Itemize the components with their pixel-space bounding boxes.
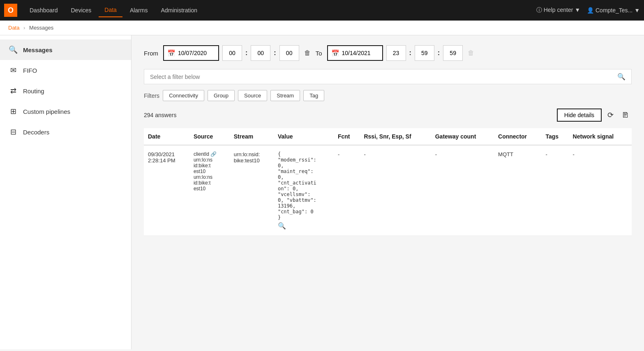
cell-network-signal-0: - <box>569 145 632 236</box>
from-date-group[interactable]: 📅 <box>163 45 219 61</box>
to-date-input[interactable] <box>342 50 379 56</box>
refresh-btn[interactable]: ⟳ <box>605 109 616 121</box>
filters-row: Filters Connectivity Group Source Stream… <box>144 90 632 101</box>
cell-date-0: 09/30/2021 2:28:14 PM <box>144 145 189 236</box>
hide-details-btn[interactable]: Hide details <box>557 109 602 122</box>
to-min-input[interactable] <box>415 45 434 61</box>
col-stream: Stream <box>230 128 274 145</box>
help-center-btn[interactable]: ⓘ Help center ▼ <box>536 7 580 14</box>
to-calendar-icon[interactable]: 📅 <box>331 49 339 57</box>
nav-administration[interactable]: Administration <box>155 4 203 17</box>
answers-count: 294 answers <box>144 112 176 118</box>
sidebar-label-routing: Routing <box>23 88 44 95</box>
col-fcnt: Fcnt <box>334 128 360 145</box>
col-gateway-count: Gateway count <box>431 128 494 145</box>
colon-1: : <box>245 49 247 57</box>
filter-source[interactable]: Source <box>238 90 267 101</box>
app-logo: O <box>4 4 17 17</box>
from-sec-input[interactable] <box>279 45 299 61</box>
sidebar-item-routing[interactable]: ⇄ Routing <box>0 81 131 101</box>
to-trash-btn[interactable]: 🗑 <box>466 48 476 58</box>
data-table: Date Source Stream Value Fcnt Rssi, Snr,… <box>144 128 632 236</box>
sidebar-label-messages: Messages <box>23 46 53 53</box>
to-hour-input[interactable] <box>386 45 406 61</box>
col-source: Source <box>189 128 230 145</box>
sidebar-label-decoders: Decoders <box>23 129 49 136</box>
layout: 🔍 Messages ✉ FIFO ⇄ Routing ⊞ Custom pip… <box>0 35 644 349</box>
sidebar-item-decoders[interactable]: ⊟ Decoders <box>0 122 131 142</box>
pipelines-icon: ⊞ <box>8 107 18 116</box>
export-btn[interactable]: 🖹 <box>619 109 632 121</box>
from-calendar-icon[interactable]: 📅 <box>167 49 175 57</box>
breadcrumb-current: Messages <box>29 25 53 31</box>
sidebar-item-custom-pipelines[interactable]: ⊞ Custom pipelines <box>0 101 131 122</box>
table-header-row: Date Source Stream Value Fcnt Rssi, Snr,… <box>144 128 632 145</box>
cell-rssi-0: - <box>360 145 431 236</box>
cell-fcnt-0: - <box>334 145 360 236</box>
cell-connector-0: MQTT <box>494 145 541 236</box>
nav-links: Dashboard Devices Data Alarms Administra… <box>24 3 536 17</box>
from-date-input[interactable] <box>178 50 215 56</box>
col-rssi: Rssi, Snr, Esp, Sf <box>360 128 431 145</box>
from-min-input[interactable] <box>251 45 270 61</box>
from-trash-btn[interactable]: 🗑 <box>302 48 312 58</box>
zoom-icon-0[interactable]: 🔍 <box>278 222 330 230</box>
cell-tags-0: - <box>541 145 568 236</box>
nav-alarms[interactable]: Alarms <box>124 4 154 17</box>
table-row: 09/30/2021 2:28:14 PM clientId 🔗 urn:lo:… <box>144 145 632 236</box>
filter-connectivity[interactable]: Connectivity <box>163 90 204 101</box>
search-bar[interactable]: 🔍 <box>144 69 632 84</box>
colon-2: : <box>274 49 276 57</box>
filter-group[interactable]: Group <box>208 90 235 101</box>
topnav-right: ⓘ Help center ▼ 👤 Compte_Tes... ▼ <box>536 7 640 14</box>
nav-devices[interactable]: Devices <box>65 4 97 17</box>
routing-icon: ⇄ <box>8 86 18 95</box>
cell-gateway-count-0: - <box>431 145 494 236</box>
col-date: Date <box>144 128 189 145</box>
from-hour-input[interactable] <box>222 45 242 61</box>
sidebar-item-messages[interactable]: 🔍 Messages <box>0 39 131 60</box>
fifo-icon: ✉ <box>8 66 18 75</box>
sidebar-label-fifo: FIFO <box>23 67 37 74</box>
cell-source-0: clientId 🔗 urn:lo:ns id:bike:t est10 urn… <box>189 145 230 236</box>
to-date-group[interactable]: 📅 <box>327 45 383 61</box>
sidebar-item-fifo[interactable]: ✉ FIFO <box>0 60 131 81</box>
account-menu[interactable]: 👤 Compte_Tes... ▼ <box>587 7 640 14</box>
topnav: O Dashboard Devices Data Alarms Administ… <box>0 0 644 21</box>
colon-4: : <box>438 49 440 57</box>
nav-data[interactable]: Data <box>99 3 122 17</box>
sidebar: 🔍 Messages ✉ FIFO ⇄ Routing ⊞ Custom pip… <box>0 35 132 349</box>
sidebar-label-custom-pipelines: Custom pipelines <box>23 108 70 115</box>
col-network-signal: Network signal <box>569 128 632 145</box>
answers-row: 294 answers Hide details ⟳ 🖹 <box>144 109 632 122</box>
colon-3: : <box>409 49 411 57</box>
col-tags: Tags <box>541 128 568 145</box>
col-connector: Connector <box>494 128 541 145</box>
filter-tag[interactable]: Tag <box>303 90 324 101</box>
date-range-row: From 📅 : : 🗑 To 📅 : : 🗑 <box>144 45 632 61</box>
breadcrumb-sep: › <box>23 25 25 31</box>
filters-label: Filters <box>144 92 159 99</box>
breadcrumb: Data › Messages <box>0 21 644 35</box>
cell-stream-0: urn:lo:nsid: bike:test10 <box>230 145 274 236</box>
cell-value-0: { "modem_rssi": 0, "maint_req": 0, "cnt_… <box>274 145 334 236</box>
main-content: From 📅 : : 🗑 To 📅 : : 🗑 <box>132 35 644 349</box>
nav-dashboard[interactable]: Dashboard <box>24 4 64 17</box>
filter-stream[interactable]: Stream <box>270 90 300 101</box>
to-sec-input[interactable] <box>443 45 463 61</box>
to-label: To <box>316 50 322 57</box>
col-value: Value <box>274 128 334 145</box>
answers-actions: Hide details ⟳ 🖹 <box>557 109 632 122</box>
search-icon: 🔍 <box>617 73 626 81</box>
messages-icon: 🔍 <box>8 45 18 54</box>
from-label: From <box>144 50 158 57</box>
decoders-icon: ⊟ <box>8 127 18 136</box>
search-input[interactable] <box>150 74 617 80</box>
breadcrumb-parent[interactable]: Data <box>8 25 19 31</box>
